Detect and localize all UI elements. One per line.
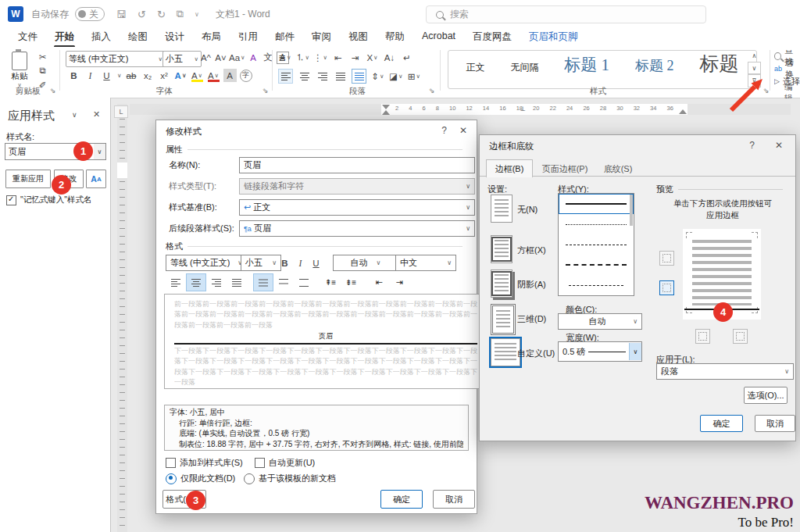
undo-icon[interactable]: ↺ <box>138 9 146 20</box>
apply-to-select[interactable]: 段落∨ <box>656 363 794 380</box>
paragraph-dialog-launcher[interactable]: ⇘ <box>429 87 435 95</box>
multilevel-list-icon[interactable]: ⋮∨ <box>313 51 327 64</box>
tab-insert[interactable]: 插入 <box>83 28 120 46</box>
modify-ok-button[interactable]: 确定 <box>380 490 423 509</box>
dlg-align-center-icon[interactable] <box>186 273 206 291</box>
tab-design[interactable]: 设计 <box>156 28 193 46</box>
only-this-doc-radio[interactable]: 仅限此文档(D) <box>166 473 235 484</box>
tab-acrobat[interactable]: Acrobat <box>413 28 464 44</box>
phonetic-guide-icon[interactable]: 文 <box>262 51 275 64</box>
new-docs-radio[interactable]: 基于该模板的新文档 <box>244 473 336 484</box>
style-list-scrollbar[interactable] <box>630 195 633 226</box>
width-dropdown-icon[interactable]: ∨ <box>629 343 641 360</box>
show-marks-icon[interactable]: ↵ <box>400 51 413 64</box>
setting-none-icon[interactable] <box>491 195 512 223</box>
grow-font-icon[interactable]: A^ <box>199 51 212 64</box>
name-input[interactable]: 页眉 <box>239 157 475 173</box>
borders-ok-button[interactable]: 确定 <box>700 415 743 432</box>
single-spacing-icon[interactable] <box>253 273 273 291</box>
strikethrough-button[interactable]: ab <box>125 69 138 82</box>
dlg-justify-icon[interactable] <box>227 273 247 291</box>
tab-help[interactable]: 帮助 <box>377 28 413 46</box>
top-border-button[interactable] <box>659 251 674 266</box>
style-title[interactable]: 标题 <box>699 51 738 77</box>
right-border-button[interactable] <box>733 329 748 344</box>
right-indent-marker[interactable] <box>679 109 687 114</box>
dialog-font-size-combo[interactable]: 小五∨ <box>241 255 281 271</box>
pane-close-icon[interactable]: ✕ <box>93 109 100 120</box>
dialog-underline-button[interactable]: U <box>309 256 323 270</box>
decrease-indent-icon[interactable]: ⇤ <box>331 51 345 64</box>
tab-draw[interactable]: 绘图 <box>120 28 156 46</box>
search-box[interactable]: 搜索 <box>426 5 706 23</box>
add-to-gallery-checkbox[interactable]: 添加到样式库(S) <box>166 457 243 469</box>
borders-cancel-button[interactable]: 取消 <box>755 415 795 432</box>
sort-icon[interactable]: A↓ <box>383 51 396 64</box>
font-color-select[interactable]: 自动∨ <box>333 255 398 271</box>
line-spacing-icon[interactable]: ⇕∨ <box>371 70 384 83</box>
tab-page-border[interactable]: 页面边框(P) <box>534 162 595 176</box>
superscript-button[interactable]: x² <box>158 69 171 82</box>
reapply-button[interactable]: 重新应用 <box>5 170 51 188</box>
underline-dropdown-icon[interactable]: ∨ <box>117 72 122 79</box>
autosave-toggle[interactable]: 关 <box>75 7 105 21</box>
tab-shading[interactable]: 底纹(S) <box>597 162 639 176</box>
modify-close-icon[interactable]: ✕ <box>459 125 467 136</box>
style-heading2[interactable]: 标题 2 <box>635 56 674 75</box>
italic-button[interactable]: I <box>84 69 97 82</box>
copy-icon[interactable]: ⧉ <box>36 64 49 77</box>
font-size-combo[interactable]: 小五∨ <box>162 51 202 67</box>
highlight-color-icon[interactable]: A∨ <box>191 69 204 82</box>
enclose-characters-icon[interactable]: 字 <box>240 70 252 82</box>
clipboard-dialog-launcher[interactable]: ⇘ <box>50 87 56 95</box>
tab-home[interactable]: 开始 <box>46 28 83 46</box>
tab-file[interactable]: 文件 <box>9 28 46 46</box>
dialog-bold-button[interactable]: B <box>278 256 291 270</box>
language-select[interactable]: 中文∨ <box>395 255 456 271</box>
shrink-font-icon[interactable]: A˅ <box>214 51 227 64</box>
one-half-spacing-icon[interactable] <box>273 273 294 291</box>
autocomplete-checkbox[interactable]: "记忆式键入"样式名 <box>6 195 91 205</box>
increase-indent-icon[interactable]: ⇥ <box>348 51 362 64</box>
tab-selector-button[interactable]: L <box>114 105 128 118</box>
clear-formatting-icon[interactable]: A <box>247 51 260 64</box>
left-border-button[interactable] <box>695 329 710 344</box>
dlg-increase-indent-icon[interactable]: ⇥ <box>389 273 409 291</box>
based-on-select[interactable]: ↩ 正文∨ <box>239 199 475 216</box>
double-spacing-icon[interactable] <box>294 273 314 291</box>
dlg-align-left-icon[interactable] <box>166 273 186 291</box>
tab-review[interactable]: 审阅 <box>303 28 340 46</box>
width-select[interactable]: 0.5 磅 ∨ <box>558 341 642 362</box>
line-style-list[interactable] <box>558 193 634 296</box>
distribute-icon[interactable] <box>352 69 366 84</box>
line-style-dashed[interactable] <box>559 255 634 275</box>
borders-icon[interactable]: ⊞∨ <box>407 70 420 83</box>
justify-icon[interactable] <box>334 70 347 83</box>
replace-button[interactable]: ab替换 <box>774 62 800 75</box>
style-no-spacing[interactable]: 无间隔 <box>510 61 538 74</box>
font-dialog-launcher[interactable]: ⇘ <box>262 87 269 95</box>
save-icon[interactable]: 🖫 <box>116 9 127 20</box>
setting-custom-icon[interactable] <box>491 338 520 366</box>
increase-space-before-icon[interactable]: ⇞≡ <box>320 273 341 291</box>
asian-layout-icon[interactable]: X∨ <box>366 51 379 64</box>
gallery-scroll-up-icon[interactable]: ∧ <box>748 50 761 62</box>
gallery-scroll-down-icon[interactable]: ∨ <box>748 62 761 75</box>
dialog-italic-button[interactable]: I <box>294 256 307 270</box>
bullets-icon[interactable]: ≣∨ <box>278 51 291 64</box>
setting-shadow-icon[interactable] <box>491 270 512 298</box>
numbering-icon[interactable]: ⒈∨ <box>295 51 309 64</box>
styles-pane-button[interactable]: AA <box>86 170 106 188</box>
crop-icon[interactable]: ⧉ <box>177 8 184 20</box>
dlg-align-right-icon[interactable] <box>206 273 227 291</box>
tab-stop-marker[interactable]: ⊥ <box>520 105 526 112</box>
line-style-solid[interactable] <box>559 194 634 214</box>
line-style-dashed-small[interactable] <box>559 234 634 255</box>
tab-baidu-netdisk[interactable]: 百度网盘 <box>464 28 520 46</box>
font-size-dropdown-icon[interactable]: ∨ <box>195 55 199 62</box>
modify-help-icon[interactable]: ? <box>441 125 447 136</box>
character-shading-icon[interactable]: A <box>223 69 237 82</box>
pane-menu-chevron-icon[interactable]: ∨ <box>72 111 77 119</box>
tab-layout[interactable]: 布局 <box>193 28 230 46</box>
style-heading1[interactable]: 标题 1 <box>564 54 609 76</box>
